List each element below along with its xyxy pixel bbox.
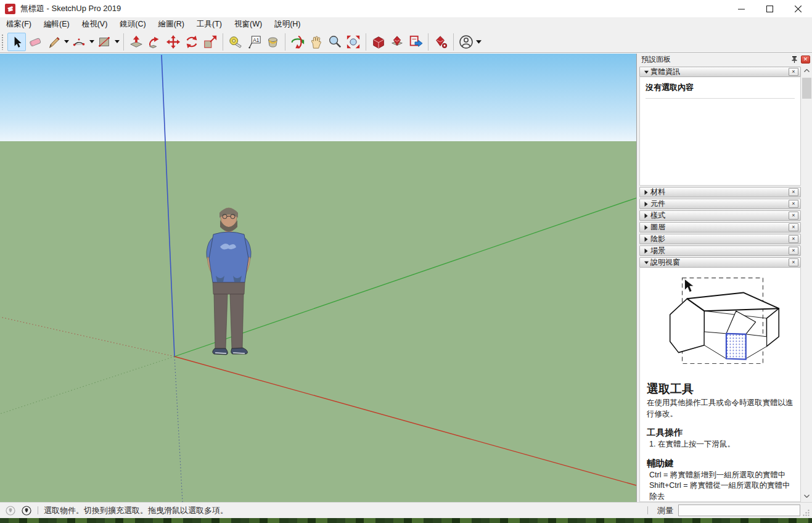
menu-camera[interactable]: 鏡頭(C) bbox=[113, 18, 152, 31]
sky bbox=[0, 54, 636, 141]
extension-manager-button[interactable] bbox=[432, 33, 450, 51]
credit-attribution-icon[interactable] bbox=[21, 505, 32, 516]
arc-tool-button[interactable] bbox=[70, 33, 88, 51]
expand-triangle-icon[interactable] bbox=[642, 225, 650, 230]
rectangle-tool-dropdown[interactable] bbox=[113, 33, 120, 51]
section-entity-info-label: 實體資訊 bbox=[650, 67, 680, 77]
scrollbar-thumb[interactable] bbox=[802, 78, 811, 99]
toolbar-separator bbox=[453, 33, 454, 51]
move-icon bbox=[166, 35, 181, 49]
account-button[interactable] bbox=[457, 33, 475, 51]
scroll-up-icon[interactable] bbox=[802, 65, 812, 76]
menu-window[interactable]: 視窗(W) bbox=[228, 18, 268, 31]
ground-plane bbox=[0, 141, 636, 502]
window-title: 無標題 - SketchUp Pro 2019 bbox=[20, 3, 121, 14]
section-components[interactable]: 元件 × bbox=[639, 199, 801, 209]
send-to-layout-button[interactable] bbox=[406, 33, 425, 51]
rectangle-tool-button[interactable] bbox=[95, 33, 113, 51]
line-tool-dropdown[interactable] bbox=[63, 33, 70, 51]
toolbar-separator bbox=[366, 33, 366, 51]
section-close-button[interactable]: × bbox=[789, 200, 798, 208]
collapse-triangle-icon[interactable] bbox=[642, 70, 650, 74]
close-button[interactable] bbox=[784, 0, 812, 17]
eraser-tool-button[interactable] bbox=[26, 33, 44, 51]
select-tool-button[interactable] bbox=[7, 33, 26, 51]
rotate-tool-button[interactable] bbox=[182, 33, 201, 51]
expand-triangle-icon[interactable] bbox=[642, 237, 650, 242]
geolocation-icon[interactable] bbox=[5, 505, 16, 516]
expand-triangle-icon[interactable] bbox=[642, 202, 650, 207]
menu-help[interactable]: 說明(H) bbox=[268, 18, 306, 31]
maximize-button[interactable] bbox=[755, 0, 784, 17]
tray-close-button[interactable]: ✕ bbox=[801, 56, 810, 64]
expand-triangle-icon[interactable] bbox=[642, 249, 650, 253]
section-styles[interactable]: 樣式 × bbox=[639, 210, 801, 221]
minimize-button[interactable] bbox=[727, 0, 755, 17]
section-close-button[interactable]: × bbox=[789, 258, 798, 266]
eraser-icon bbox=[28, 35, 43, 49]
zoom-extents-icon bbox=[346, 35, 361, 49]
section-entity-info[interactable]: 實體資訊 × bbox=[639, 67, 801, 77]
section-close-button[interactable]: × bbox=[789, 188, 798, 196]
expand-triangle-icon[interactable] bbox=[642, 190, 650, 195]
line-tool-button[interactable] bbox=[44, 33, 63, 51]
scroll-down-icon[interactable] bbox=[802, 491, 812, 501]
instructor-operations-title: 工具操作 bbox=[647, 427, 795, 439]
scale-tool-button[interactable] bbox=[201, 33, 219, 51]
orbit-tool-button[interactable] bbox=[289, 33, 307, 51]
zoom-tool-button[interactable] bbox=[326, 33, 344, 51]
measurement-input[interactable] bbox=[678, 504, 800, 516]
panel-scrollbar[interactable] bbox=[802, 65, 812, 502]
account-dropdown[interactable] bbox=[475, 33, 482, 51]
tape-measure-tool-button[interactable] bbox=[226, 33, 245, 51]
menu-edit[interactable]: 編輯(E) bbox=[38, 18, 76, 31]
resize-grip-icon[interactable] bbox=[802, 508, 810, 517]
section-shadows[interactable]: 陰影 × bbox=[639, 234, 801, 244]
toolbar-separator bbox=[285, 33, 285, 51]
menu-view[interactable]: 檢視(V) bbox=[76, 18, 114, 31]
section-shadows-label: 陰影 bbox=[650, 234, 665, 244]
rotate-icon bbox=[184, 35, 199, 49]
menu-tools[interactable]: 工具(T) bbox=[191, 18, 228, 31]
follow-me-tool-button[interactable] bbox=[146, 33, 164, 51]
section-close-button[interactable]: × bbox=[789, 235, 798, 243]
section-scenes[interactable]: 場景 × bbox=[639, 245, 801, 256]
scale-icon bbox=[203, 35, 218, 49]
expand-triangle-icon[interactable] bbox=[642, 213, 650, 218]
tape-measure-icon bbox=[228, 35, 243, 49]
menu-draw[interactable]: 繪圖(R) bbox=[152, 18, 191, 31]
instructor-content: 選取工具 在使用其他操作工具或命令時選取實體以進行修改。 工具操作 1. 在實體… bbox=[639, 268, 801, 502]
section-instructor-label: 說明視窗 bbox=[650, 257, 680, 268]
paint-bucket-tool-button[interactable] bbox=[263, 33, 282, 51]
section-close-button[interactable]: × bbox=[789, 247, 798, 255]
toolbar-drag-handle[interactable] bbox=[1, 34, 4, 50]
collapse-triangle-icon[interactable] bbox=[642, 261, 650, 265]
toolbar-separator bbox=[428, 33, 429, 51]
section-instructor[interactable]: 說明視窗 × bbox=[639, 257, 801, 268]
tray-header[interactable]: 預設面板 ✕ bbox=[637, 54, 812, 65]
pin-icon[interactable] bbox=[789, 55, 799, 64]
section-styles-label: 樣式 bbox=[650, 210, 665, 221]
push-pull-tool-button[interactable] bbox=[127, 33, 146, 51]
section-materials[interactable]: 材料 × bbox=[639, 187, 801, 197]
no-selection-text: 沒有選取內容 bbox=[646, 82, 795, 93]
section-close-button[interactable]: × bbox=[789, 212, 798, 220]
3d-warehouse-button[interactable] bbox=[369, 33, 388, 51]
desktop-wallpaper-strip bbox=[0, 518, 812, 523]
section-layers[interactable]: 圖層 × bbox=[639, 222, 801, 233]
extension-warehouse-button[interactable] bbox=[388, 33, 406, 51]
rectangle-icon bbox=[97, 35, 112, 49]
viewport-3d[interactable] bbox=[0, 54, 636, 502]
status-bar: 選取物件。切換到擴充選取。拖曳滑鼠以選取多項。 測量 bbox=[0, 502, 812, 518]
paint-bucket-icon bbox=[265, 35, 280, 49]
menu-file[interactable]: 檔案(F) bbox=[0, 18, 38, 31]
section-close-button[interactable]: × bbox=[789, 223, 798, 231]
section-components-label: 元件 bbox=[650, 199, 665, 209]
arc-tool-dropdown[interactable] bbox=[88, 33, 95, 51]
zoom-extents-button[interactable] bbox=[344, 33, 363, 51]
section-close-button[interactable]: × bbox=[789, 68, 798, 76]
title-bar: 無標題 - SketchUp Pro 2019 bbox=[0, 0, 812, 17]
text-tool-button[interactable]: A1 bbox=[245, 33, 263, 51]
pan-tool-button[interactable] bbox=[307, 33, 326, 51]
move-tool-button[interactable] bbox=[164, 33, 182, 51]
